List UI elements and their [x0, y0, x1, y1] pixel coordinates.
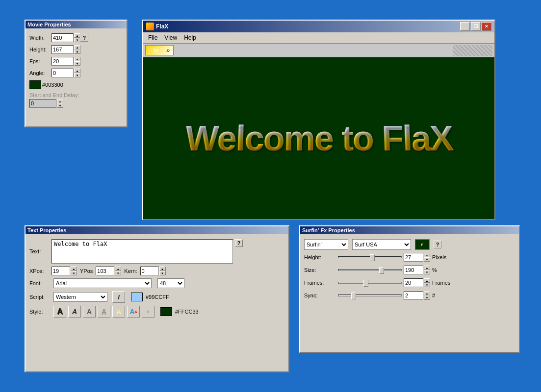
font-row: Font: Arial 48: [29, 278, 284, 288]
width-input[interactable]: [52, 33, 74, 42]
surfin-height-up[interactable]: ▲: [424, 253, 430, 257]
fps-label: Fps:: [29, 58, 52, 64]
toolbar-arrows-icon: »: [166, 47, 170, 54]
kern-input[interactable]: [140, 267, 159, 275]
italic-button[interactable]: I: [112, 291, 125, 303]
height-up-arrow[interactable]: ▲: [74, 45, 80, 49]
surfin-size-unit: %: [432, 267, 437, 273]
style-a2-btn[interactable]: A: [68, 306, 81, 318]
surfin-size-spinner[interactable]: ▲ ▼: [404, 266, 430, 274]
toolbar-pattern: [453, 45, 492, 56]
angle-down-arrow[interactable]: ▼: [74, 73, 80, 77]
text-input[interactable]: [52, 239, 233, 264]
surfin-size-input[interactable]: [404, 266, 423, 274]
script-select[interactable]: Western: [53, 292, 107, 302]
width-down-arrow[interactable]: ▼: [74, 38, 80, 42]
surfin-frames-input[interactable]: [404, 278, 423, 287]
movie-properties-titlebar: Movie Properties: [26, 21, 127, 28]
style-label: Style:: [29, 309, 52, 315]
fps-up-arrow[interactable]: ▲: [74, 57, 80, 61]
height-down-arrow[interactable]: ▼: [74, 49, 80, 54]
surfin-sync-up[interactable]: ▲: [424, 291, 430, 295]
fps-input[interactable]: [52, 57, 74, 66]
restore-button[interactable]: ❐: [471, 22, 481, 31]
text-properties-titlebar: Text Properties: [26, 226, 288, 234]
kern-spinner[interactable]: ▲ ▼: [140, 267, 166, 275]
surfin-help-btn[interactable]: ?: [434, 241, 441, 248]
xpos-down[interactable]: ▼: [71, 271, 77, 275]
xpos-spinner[interactable]: ▲ ▼: [52, 267, 77, 275]
angle-spinner[interactable]: ▲ ▼: [52, 69, 80, 77]
fps-row: Fps: ▲ ▼: [29, 57, 123, 66]
kern-down[interactable]: ▼: [159, 271, 166, 275]
surfin-size-thumb[interactable]: [379, 267, 384, 274]
style-a5-btn[interactable]: A: [112, 306, 125, 318]
help-menu[interactable]: Help: [181, 33, 199, 42]
surfin-frames-thumb[interactable]: [363, 280, 368, 287]
surfin-sync-thumb[interactable]: [351, 293, 356, 299]
surfin-sync-track: [338, 294, 402, 296]
surfin-frames-unit: Frames: [432, 280, 450, 286]
style-add-btn[interactable]: +: [142, 306, 155, 318]
height-spinner[interactable]: ▲ ▼: [52, 45, 80, 54]
menu-bar: File View Help: [143, 32, 494, 44]
surfin-height-down[interactable]: ▼: [424, 257, 430, 262]
bg-color-swatch[interactable]: [29, 80, 41, 89]
xpos-label: XPos:: [29, 268, 52, 274]
delay-spinner[interactable]: ▲ ▼: [29, 99, 123, 108]
surfin-size-down[interactable]: ▼: [424, 270, 430, 274]
surfin-size-label: Size:: [304, 267, 336, 273]
fps-spinner[interactable]: ▲ ▼: [52, 57, 80, 66]
surfin-sync-down[interactable]: ▼: [424, 295, 430, 300]
flax-titlebar: FlaX _ ❐ ✕: [143, 21, 494, 32]
angle-input[interactable]: [52, 69, 74, 77]
angle-up-arrow[interactable]: ▲: [74, 69, 80, 73]
flax-title-left: FlaX: [146, 23, 168, 30]
style-a4-btn[interactable]: A: [98, 306, 110, 318]
fps-down-arrow[interactable]: ▼: [74, 61, 80, 66]
position-row: XPos: ▲ ▼ YPos ▲ ▼ Kern: ▲: [29, 267, 284, 275]
ypos-spinner[interactable]: ▲ ▼: [96, 267, 121, 275]
delay-up-arrow[interactable]: ▲: [57, 99, 63, 103]
view-menu[interactable]: View: [161, 33, 180, 42]
kern-up[interactable]: ▲: [159, 267, 166, 271]
ypos-down[interactable]: ▼: [115, 271, 121, 275]
ypos-up[interactable]: ▲: [115, 267, 121, 271]
font-select[interactable]: Arial: [53, 278, 152, 288]
surfin-frames-down[interactable]: ▼: [424, 283, 430, 287]
height-input[interactable]: [52, 45, 74, 54]
surfin-frames-track: [338, 282, 402, 284]
font-size-select[interactable]: 48: [157, 278, 184, 288]
bg-color-swatch2[interactable]: [160, 307, 172, 316]
text-field-label: Text:: [29, 248, 52, 254]
surfin-frames-label: Frames:: [304, 280, 336, 286]
delay-down-arrow[interactable]: ▼: [57, 103, 63, 108]
minimize-button[interactable]: _: [460, 22, 470, 31]
close-button[interactable]: ✕: [482, 22, 491, 31]
width-spinner[interactable]: ▲ ▼: [52, 33, 80, 42]
surfin-type-select[interactable]: Surfin': [304, 239, 348, 250]
surfin-sync-spinner[interactable]: ▲ ▼: [404, 291, 430, 300]
file-menu[interactable]: File: [145, 33, 160, 42]
style-a6-btn[interactable]: AA: [127, 306, 140, 318]
surfin-size-up[interactable]: ▲: [424, 266, 430, 270]
style-a3-btn[interactable]: A: [83, 306, 96, 318]
xpos-input[interactable]: [52, 267, 70, 275]
width-up-arrow[interactable]: ▲: [74, 33, 80, 38]
surfin-preset-select[interactable]: Surf USA: [352, 239, 411, 250]
surfin-frames-spinner[interactable]: ▲ ▼: [404, 278, 430, 287]
xpos-up[interactable]: ▲: [71, 267, 77, 271]
surfin-frames-up[interactable]: ▲: [424, 278, 430, 283]
movie-properties-title: Movie Properties: [27, 22, 71, 27]
text-help-btn[interactable]: ?: [235, 239, 243, 247]
text-color-swatch[interactable]: [131, 293, 143, 301]
width-help-btn[interactable]: ?: [80, 34, 88, 42]
style-a1-btn[interactable]: A: [53, 306, 66, 318]
surfin-height-input[interactable]: [404, 253, 423, 262]
surfin-sync-input[interactable]: [404, 291, 423, 300]
surfin-height-thumb[interactable]: [370, 254, 375, 261]
surfin-height-spinner[interactable]: ▲ ▼: [404, 253, 430, 262]
surfin-fx-panel: Surfin' Fx Properties Surfin' Surf USA F…: [299, 225, 520, 353]
ypos-input[interactable]: [96, 267, 114, 275]
surfin-size-row: Size: ▲ ▼ %: [304, 266, 515, 274]
